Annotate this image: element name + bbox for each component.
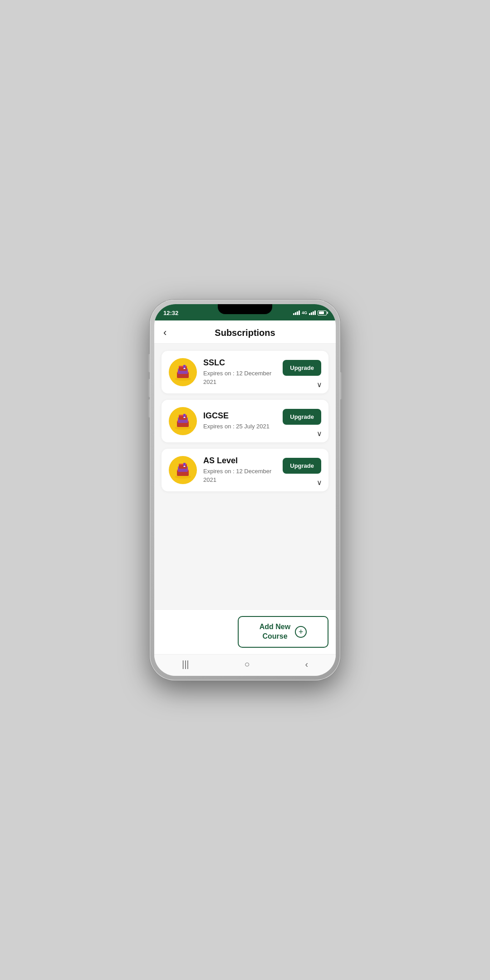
status-bar: 12:32 4G: [154, 304, 336, 320]
status-time: 12:32: [163, 310, 178, 316]
sslc-name: SSLC: [203, 358, 276, 368]
network-type: 4G: [302, 310, 307, 315]
svg-rect-15: [179, 415, 187, 416]
signal-icon: [293, 310, 300, 315]
notch: [218, 304, 272, 314]
sslc-expiry: Expires on : 12 December 2021: [203, 369, 276, 386]
page-title: Subscriptions: [215, 328, 275, 338]
subscription-card-as-level: AS Level Expires on : 12 December 2021 U…: [162, 449, 328, 491]
battery-icon: [318, 310, 327, 315]
sslc-upgrade-button[interactable]: Upgrade: [283, 360, 321, 376]
bottom-bar: Add NewCourse +: [154, 609, 336, 654]
as-level-upgrade-button[interactable]: Upgrade: [283, 458, 321, 474]
course-icon-as-level: [169, 456, 197, 484]
home-icon[interactable]: ○: [244, 659, 250, 670]
back-button[interactable]: ‹: [163, 328, 167, 338]
subscription-card-igcse: IGCSE Expires on : 25 July 2021 Upgrade …: [162, 400, 328, 442]
course-icon-sslc: [169, 358, 197, 386]
nav-bar: ||| ○ ‹: [154, 654, 336, 676]
phone-screen: 12:32 4G: [154, 304, 336, 676]
igcse-expiry: Expires on : 25 July 2021: [203, 422, 276, 431]
svg-rect-24: [179, 464, 187, 465]
add-course-label: Add NewCourse: [260, 622, 290, 641]
plus-circle-icon: +: [295, 626, 307, 638]
recent-apps-icon[interactable]: |||: [182, 659, 189, 670]
igcse-upgrade-button[interactable]: Upgrade: [283, 409, 321, 425]
phone-frame: 12:32 4G: [150, 300, 340, 680]
header: ‹ Subscriptions: [154, 320, 336, 344]
as-level-name: AS Level: [203, 456, 276, 466]
igcse-info: IGCSE Expires on : 25 July 2021: [203, 411, 276, 431]
status-icons: 4G: [293, 310, 327, 315]
svg-rect-6: [179, 366, 187, 367]
sslc-info: SSLC Expires on : 12 December 2021: [203, 358, 276, 386]
back-nav-icon[interactable]: ‹: [305, 659, 308, 670]
sslc-expand-icon[interactable]: ∨: [317, 380, 322, 389]
course-icon-igcse: [169, 407, 197, 435]
subscription-card-sslc: SSLC Expires on : 12 December 2021 Upgra…: [162, 351, 328, 393]
subscriptions-list: SSLC Expires on : 12 December 2021 Upgra…: [154, 344, 336, 609]
as-level-expand-icon[interactable]: ∨: [317, 478, 322, 487]
igcse-name: IGCSE: [203, 411, 276, 421]
as-level-expiry: Expires on : 12 December 2021: [203, 467, 276, 484]
as-level-info: AS Level Expires on : 12 December 2021: [203, 456, 276, 484]
signal-icon-2: [309, 310, 316, 315]
igcse-expand-icon[interactable]: ∨: [317, 429, 322, 438]
add-new-course-button[interactable]: Add NewCourse +: [238, 616, 328, 648]
